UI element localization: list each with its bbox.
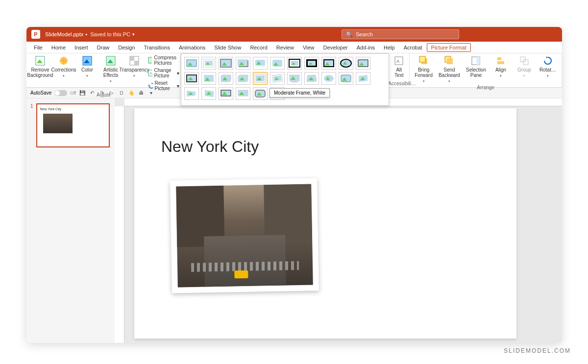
remove-background-button[interactable]: Remove Background <box>29 54 51 79</box>
style-bevel-perspective[interactable] <box>356 72 370 85</box>
style-tooltip: Moderate Frame, White <box>270 88 330 97</box>
style-reflected-bevel-black[interactable] <box>219 87 233 100</box>
style-reflected-perspective-right[interactable] <box>184 87 199 100</box>
svg-rect-49 <box>447 58 453 64</box>
style-moderate-frame-white[interactable] <box>253 72 268 85</box>
tab-addins[interactable]: Add-ins <box>352 43 379 52</box>
corrections-button[interactable]: Corrections▾ <box>53 54 74 79</box>
style-metal-frame[interactable] <box>219 57 233 70</box>
change-picture-icon <box>148 70 152 76</box>
tab-home[interactable]: Home <box>47 43 70 52</box>
style-compound-frame-black[interactable] <box>356 57 370 70</box>
tab-record[interactable]: Record <box>245 43 271 52</box>
save-status[interactable]: Saved to this PC <box>90 31 130 37</box>
group-icon <box>519 55 530 66</box>
slide-canvas-area[interactable]: New York City <box>115 98 562 343</box>
svg-rect-32 <box>290 75 299 81</box>
style-double-frame-black[interactable] <box>287 57 302 70</box>
style-bevel-rectangle[interactable] <box>339 72 353 85</box>
style-simple-frame-black[interactable] <box>321 57 336 70</box>
tab-picture-format[interactable]: Picture Format <box>427 43 471 52</box>
svg-rect-6 <box>134 61 139 65</box>
adjust-group-label: Adjust <box>29 92 177 97</box>
search-icon: 🔍 <box>346 31 353 38</box>
style-relaxed-perspective-white[interactable] <box>304 72 319 85</box>
svg-rect-19 <box>291 61 298 66</box>
slide-picture[interactable] <box>170 178 319 293</box>
style-reflected-bevel-white[interactable] <box>236 87 250 100</box>
slide-thumbnails-pane[interactable]: 1 New York City <box>26 98 115 343</box>
group-button[interactable]: Group▾ <box>514 54 535 79</box>
style-moderate-frame-black[interactable] <box>184 72 199 85</box>
selection-pane-button[interactable]: Selection Pane <box>464 54 488 79</box>
tab-file[interactable]: File <box>29 43 47 52</box>
tab-developer[interactable]: Developer <box>319 43 352 52</box>
artistic-effects-button[interactable]: Artistic Effects▾ <box>100 54 122 84</box>
alt-text-button[interactable]: A Alt Text <box>388 54 410 79</box>
color-icon <box>82 55 93 66</box>
style-simple-frame-white[interactable] <box>184 57 199 70</box>
style-rotated-white[interactable] <box>270 72 285 85</box>
change-picture-button[interactable]: Change Picture ▾ <box>147 67 180 79</box>
svg-rect-36 <box>221 90 231 96</box>
style-thick-matte-black[interactable] <box>304 57 319 70</box>
svg-rect-16 <box>255 66 265 67</box>
style-center-shadow[interactable] <box>201 72 216 85</box>
slide[interactable]: New York City <box>134 108 516 339</box>
send-backward-button[interactable]: Send Backward▾ <box>437 54 462 84</box>
transparency-button[interactable]: Transparency▾ <box>123 54 145 79</box>
svg-rect-21 <box>308 61 316 66</box>
tab-insert[interactable]: Insert <box>70 43 93 52</box>
filename[interactable]: SlideModel.pptx <box>45 31 83 37</box>
send-backward-icon <box>444 55 455 66</box>
slide-number: 1 <box>30 103 33 147</box>
style-beveled-matte[interactable] <box>201 57 216 70</box>
ribbon-group-arrange: Bring Forward▾ Send Backward▾ Selection … <box>410 53 562 87</box>
tab-design[interactable]: Design <box>114 43 139 52</box>
reset-picture-button[interactable]: Reset Picture ▾ <box>147 80 180 92</box>
color-button[interactable]: Color▾ <box>76 54 98 79</box>
style-soft-edge-oval[interactable] <box>321 72 336 85</box>
search-input[interactable]: 🔍 Search <box>342 29 459 39</box>
selection-pane-icon <box>470 55 481 66</box>
artistic-icon <box>105 55 116 66</box>
svg-rect-47 <box>419 56 425 62</box>
style-beveled-oval-black[interactable] <box>339 57 353 70</box>
svg-rect-11 <box>205 61 213 66</box>
align-button[interactable]: Align▾ <box>490 54 512 79</box>
svg-rect-55 <box>523 60 528 65</box>
style-soft-edge[interactable] <box>270 57 285 70</box>
svg-rect-53 <box>497 61 504 64</box>
tab-transitions[interactable]: Transitions <box>140 43 174 52</box>
svg-rect-51 <box>476 57 480 65</box>
tab-review[interactable]: Review <box>272 43 298 52</box>
ribbon-group-adjust: Remove Background Corrections▾ Color▾ Ar… <box>26 53 181 87</box>
bring-forward-icon <box>418 55 429 66</box>
rotate-button[interactable]: Rotat…▾ <box>537 54 559 79</box>
tab-draw[interactable]: Draw <box>93 43 114 52</box>
rotate-icon <box>542 55 553 66</box>
style-bevel-perspective-left[interactable] <box>201 87 216 100</box>
slide-title[interactable]: New York City <box>161 138 259 156</box>
picture-styles-panel: Moderate Frame, White <box>181 53 389 106</box>
autosave-toggle[interactable] <box>54 90 67 96</box>
chevron-down-icon[interactable]: ▾ <box>132 32 135 37</box>
style-metal-rounded[interactable] <box>253 87 268 100</box>
style-snip-diagonal-white[interactable] <box>236 72 250 85</box>
align-icon <box>495 55 506 66</box>
tab-acrobat[interactable]: Acrobat <box>399 43 427 52</box>
slide-thumbnail-1[interactable]: 1 New York City <box>30 103 111 147</box>
style-reflected-rounded[interactable] <box>253 57 268 70</box>
tab-view[interactable]: View <box>298 43 319 52</box>
svg-rect-52 <box>497 57 501 60</box>
tab-help[interactable]: Help <box>379 43 399 52</box>
accessibility-group-label: Accessibili… <box>388 80 406 86</box>
style-drop-shadow[interactable] <box>236 57 250 70</box>
bring-forward-button[interactable]: Bring Forward▾ <box>413 54 435 84</box>
style-rounded-diagonal-white[interactable] <box>219 72 233 85</box>
compress-pictures-button[interactable]: Compress Pictures <box>147 54 180 66</box>
tab-animations[interactable]: Animations <box>174 43 210 52</box>
style-perspective-shadow-white[interactable] <box>287 72 302 85</box>
nyc-photo <box>176 184 313 288</box>
tab-slideshow[interactable]: Slide Show <box>210 43 245 52</box>
